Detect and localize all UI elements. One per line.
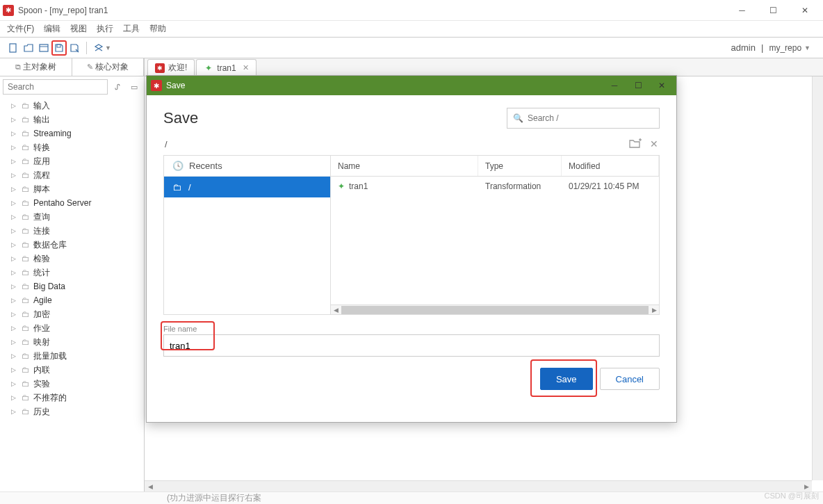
menu-file[interactable]: 文件(F) [7, 23, 34, 35]
sidebar-search-input[interactable] [3, 79, 108, 95]
file-row[interactable]: ✦tran1 Transformation 01/29/21 10:45 PM [331, 177, 659, 196]
vertical-scrollbar[interactable] [812, 76, 823, 480]
expand-icon[interactable]: ▷ [11, 325, 18, 332]
root-folder-item[interactable]: 🗀 / [164, 177, 330, 197]
col-name[interactable]: Name [331, 156, 478, 176]
dialog-close-button[interactable]: ✕ [651, 77, 672, 94]
expand-icon[interactable]: ▷ [11, 144, 18, 151]
menu-tools[interactable]: 工具 [123, 23, 140, 35]
expand-icon[interactable]: ▷ [11, 339, 18, 346]
expand-icon[interactable]: ▷ [11, 200, 18, 206]
menu-edit[interactable]: 编辑 [44, 23, 60, 35]
tree-item[interactable]: ▷🗀查询 [0, 210, 144, 224]
tree-item-label: 加密 [33, 309, 50, 320]
expand-icon[interactable]: ▷ [11, 158, 18, 165]
save-as-icon[interactable] [67, 40, 82, 56]
save-button[interactable]: Save [540, 368, 593, 390]
breadcrumb[interactable]: / [165, 139, 168, 149]
content-tab-welcome[interactable]: ✱ 欢迎! [147, 59, 195, 76]
expand-icon[interactable]: ▷ [11, 102, 18, 109]
expand-icon[interactable]: ▷ [11, 213, 18, 220]
expand-icon[interactable]: ▷ [11, 186, 18, 193]
save-dialog-titlebar: Save ─ ☐ ✕ [147, 76, 676, 95]
expand-icon[interactable]: ▷ [11, 366, 18, 373]
new-folder-icon[interactable] [629, 138, 642, 149]
tree-item[interactable]: ▷🗀加密 [0, 307, 144, 321]
cancel-button[interactable]: Cancel [600, 368, 660, 390]
browser-sidebar: 🕓 Recents 🗀 / [164, 156, 331, 314]
perspective-icon[interactable] [91, 40, 106, 56]
repo-dropdown[interactable]: my_repo ▼ [769, 43, 810, 53]
sidebar-tab-core-objects[interactable]: ✎ 核心对象 [72, 58, 145, 76]
expand-icon[interactable]: ▷ [11, 116, 18, 123]
filename-input[interactable] [163, 334, 660, 357]
expand-icon[interactable]: ▷ [11, 297, 18, 304]
explore-icon[interactable] [36, 40, 51, 56]
expand-icon[interactable]: ▷ [11, 241, 18, 248]
expand-icon[interactable]: ▷ [11, 227, 18, 234]
tree-item[interactable]: ▷🗀流程 [0, 168, 144, 182]
tree-item[interactable]: ▷🗀输出 [0, 113, 144, 127]
tree-item[interactable]: ▷🗀检验 [0, 252, 144, 266]
tree-item[interactable]: ▷🗀内联 [0, 363, 144, 377]
menu-view[interactable]: 视图 [70, 23, 87, 35]
expand-icon[interactable]: ▷ [11, 311, 18, 318]
expand-icon[interactable]: ▷ [11, 255, 18, 262]
expand-icon[interactable]: ▷ [11, 130, 18, 137]
tree-item[interactable]: ▷🗀作业 [0, 321, 144, 335]
scroll-left-icon[interactable]: ◀ [331, 307, 341, 314]
file-list-scrollbar[interactable]: ◀ ▶ [331, 304, 659, 314]
tree-item[interactable]: ▷🗀Pentaho Server [0, 196, 144, 210]
expand-icon[interactable]: ▷ [11, 269, 18, 276]
dialog-minimize-button[interactable]: ─ [604, 77, 625, 94]
tree-item[interactable]: ▷🗀输入 [0, 99, 144, 113]
tree-item[interactable]: ▷🗀批量加载 [0, 349, 144, 363]
expand-icon[interactable]: ▷ [11, 172, 18, 179]
horizontal-scrollbar[interactable]: ◀ ▶ [145, 480, 812, 491]
content-tab-tran1[interactable]: ✦ tran1 ✕ [196, 59, 256, 76]
expand-icon[interactable]: ▷ [11, 352, 18, 359]
dialog-search-box[interactable]: 🔍 [507, 108, 660, 129]
tree-item[interactable]: ▷🗀映射 [0, 335, 144, 349]
expand-icon[interactable]: ▷ [11, 408, 18, 415]
tab-close-icon[interactable]: ✕ [243, 63, 249, 72]
menu-help[interactable]: 帮助 [149, 23, 166, 35]
maximize-button[interactable]: ☐ [758, 1, 789, 20]
expand-icon[interactable]: ▷ [11, 394, 18, 401]
tree-item[interactable]: ▷🗀脚本 [0, 182, 144, 196]
menu-run[interactable]: 执行 [97, 23, 113, 35]
tree-item[interactable]: ▷🗀Streaming [0, 127, 144, 140]
dialog-maximize-button[interactable]: ☐ [628, 77, 649, 94]
scroll-left-icon[interactable]: ◀ [145, 481, 156, 492]
sidebar-tab-main-tree[interactable]: ⧉ 主对象树 [0, 58, 72, 76]
minimize-button[interactable]: ─ [726, 1, 758, 20]
col-modified[interactable]: Modified [562, 156, 659, 176]
tree-item[interactable]: ▷🗀历史 [0, 405, 144, 418]
save-icon[interactable] [51, 40, 67, 56]
open-file-icon[interactable] [21, 40, 36, 56]
recents-header[interactable]: 🕓 Recents [164, 156, 330, 177]
expand-icon[interactable]: ▷ [11, 380, 18, 387]
new-file-icon[interactable] [6, 40, 21, 56]
tree-item[interactable]: ▷🗀数据仓库 [0, 238, 144, 252]
dialog-heading: Save [163, 109, 198, 127]
tree-item[interactable]: ▷🗀统计 [0, 266, 144, 279]
tree-item[interactable]: ▷🗀连接 [0, 224, 144, 238]
delete-icon[interactable]: ✕ [650, 138, 658, 149]
tree-item[interactable]: ▷🗀实验 [0, 377, 144, 391]
expand-icon[interactable]: ▷ [11, 283, 18, 290]
dropdown-caret-icon[interactable]: ▼ [105, 44, 111, 51]
tree-item[interactable]: ▷🗀转换 [0, 140, 144, 154]
dialog-search-input[interactable] [528, 113, 653, 123]
collapse-all-icon[interactable]: ▭ [127, 80, 141, 94]
tree-item[interactable]: ▷🗀不推荐的 [0, 391, 144, 405]
tree-item-label: 连接 [33, 225, 50, 237]
tree-item[interactable]: ▷🗀Big Data [0, 279, 144, 293]
close-button[interactable]: ✕ [789, 1, 820, 20]
col-type[interactable]: Type [478, 156, 562, 176]
expand-all-icon[interactable]: ᔑ [111, 80, 124, 94]
user-label: admin [731, 42, 756, 53]
scroll-right-icon[interactable]: ▶ [649, 307, 659, 314]
tree-item[interactable]: ▷🗀Agile [0, 293, 144, 307]
tree-item[interactable]: ▷🗀应用 [0, 154, 144, 168]
